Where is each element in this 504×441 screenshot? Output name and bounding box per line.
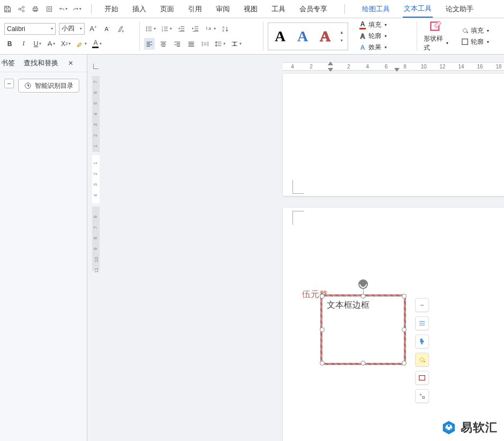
- menu-start[interactable]: 开始: [103, 1, 119, 17]
- font-size-value: 小四: [62, 24, 74, 33]
- smart-toc-button[interactable]: 智能识别目录: [18, 79, 79, 93]
- redo-button[interactable]: ▾: [73, 5, 81, 13]
- decrease-indent-button[interactable]: [176, 23, 187, 35]
- vruler-tick: 1: [93, 145, 98, 147]
- bullets-button[interactable]: ▾: [144, 23, 157, 35]
- share-icon[interactable]: [17, 5, 26, 13]
- text-style-blue[interactable]: A: [293, 26, 312, 47]
- shape-outline-button[interactable]: 轮廓▾: [459, 36, 493, 48]
- grow-font-button[interactable]: A+: [88, 23, 99, 35]
- menu-text-tools[interactable]: 文本工具: [403, 1, 433, 18]
- line-spacing-button[interactable]: ▾: [214, 38, 227, 50]
- hanging-indent-marker[interactable]: [328, 68, 333, 72]
- svg-text:I: I: [206, 25, 207, 31]
- text-style-gallery[interactable]: A A A ▲▾: [268, 22, 348, 50]
- nav-tab-find-replace[interactable]: 查找和替换: [22, 55, 59, 71]
- menu-review[interactable]: 审阅: [215, 1, 231, 17]
- ruler-tick: 16: [477, 64, 483, 70]
- strikethrough-button[interactable]: A▾: [46, 38, 57, 50]
- align-left-button[interactable]: [144, 38, 155, 50]
- resize-handle-tm[interactable]: [361, 294, 366, 299]
- superscript-button[interactable]: X2▾: [60, 38, 72, 50]
- vruler-tick: 2: [93, 172, 98, 175]
- text-effects-button[interactable]: A效果▾: [357, 42, 412, 53]
- menu-insert[interactable]: 插入: [131, 1, 147, 17]
- resize-handle-mr[interactable]: [402, 328, 407, 332]
- distribute-button[interactable]: [200, 38, 210, 50]
- menu-member[interactable]: 会员专享: [298, 1, 328, 17]
- float-format-painter-button[interactable]: [415, 334, 429, 348]
- horizontal-ruler[interactable]: 4 2 2 4 6 8 10 12 14 16 18: [283, 62, 504, 71]
- menu-thesis[interactable]: 论文助手: [445, 1, 475, 17]
- text-outline-button[interactable]: A轮廓▾: [357, 31, 412, 42]
- align-right-button[interactable]: [172, 38, 183, 50]
- textbox-shape[interactable]: 文本框边框: [320, 294, 406, 365]
- increase-indent-button[interactable]: [190, 23, 201, 35]
- collapse-outline-button[interactable]: −: [4, 79, 14, 88]
- save-icon[interactable]: [3, 5, 12, 13]
- document-page-2[interactable]: 伍元整 文本框边框: [283, 208, 504, 441]
- numbering-button[interactable]: 123▾: [160, 23, 173, 35]
- menu-draw-tools[interactable]: 绘图工具: [361, 1, 391, 17]
- italic-button[interactable]: I: [18, 38, 29, 50]
- text-fill-button[interactable]: A填充▾: [357, 19, 412, 31]
- text-direction-button[interactable]: IA▾: [204, 23, 217, 35]
- navpane-close-button[interactable]: ✕: [68, 59, 73, 67]
- menu-tools[interactable]: 工具: [270, 1, 287, 17]
- resize-handle-ml[interactable]: [320, 328, 325, 332]
- sort-button[interactable]: AZ: [220, 23, 231, 35]
- float-layout-button[interactable]: [415, 316, 429, 330]
- shape-style-button[interactable]: 形状样式▾: [422, 33, 450, 54]
- align-center-button[interactable]: [158, 38, 169, 50]
- clear-format-button[interactable]: [116, 23, 126, 35]
- textbox-body[interactable]: 文本框边框: [320, 294, 406, 365]
- float-outline-button[interactable]: [415, 371, 429, 385]
- shape-fill-button[interactable]: 填充▾: [459, 25, 493, 36]
- font-size-select[interactable]: 小四▾: [59, 23, 85, 35]
- ruler-tick: 14: [458, 64, 464, 70]
- float-more-button[interactable]: [415, 389, 429, 403]
- ribbon-text-format-group: A填充▾ A轮廓▾ A效果▾: [352, 18, 417, 54]
- align-justify-button[interactable]: [186, 38, 197, 50]
- svg-rect-4: [34, 6, 36, 8]
- float-fill-button[interactable]: [415, 353, 429, 367]
- watermark: 易软汇: [441, 420, 498, 436]
- font-color-button[interactable]: A▾: [91, 38, 103, 50]
- bold-button[interactable]: B: [4, 38, 15, 50]
- resize-handle-tl[interactable]: [320, 294, 325, 299]
- menu-view[interactable]: 视图: [243, 1, 259, 17]
- paragraph-spacing-button[interactable]: ▾: [230, 38, 243, 50]
- smart-toc-label: 智能识别目录: [35, 81, 73, 90]
- text-style-red[interactable]: A: [315, 26, 335, 47]
- undo-button[interactable]: ▾: [59, 5, 67, 13]
- vertical-ruler[interactable]: 7 6 5 4 3 2 1 1 2 3 4 6 7 8 9 10 11: [92, 76, 101, 441]
- shrink-font-button[interactable]: A-: [102, 23, 112, 35]
- shape-style-label: 形状样式: [424, 34, 443, 52]
- print-preview-icon[interactable]: [45, 5, 54, 13]
- text-style-more[interactable]: ▲▾: [338, 30, 345, 43]
- float-collapse-button[interactable]: −: [415, 298, 429, 312]
- text-fill-label: 填充: [368, 20, 381, 29]
- menu-page[interactable]: 页面: [159, 1, 175, 17]
- underline-button[interactable]: U▾: [32, 38, 43, 50]
- vruler-tick: 1: [93, 162, 98, 164]
- document-page-1[interactable]: 1: [283, 74, 504, 196]
- nav-tab-bookmark[interactable]: 书签: [0, 55, 16, 71]
- first-line-indent-marker[interactable]: [328, 62, 333, 65]
- textbox-content[interactable]: 文本框边框: [327, 300, 370, 309]
- print-icon[interactable]: [31, 5, 40, 13]
- font-name-select[interactable]: Calibri▾: [4, 23, 56, 35]
- ruler-corner: [93, 64, 99, 69]
- text-style-black[interactable]: A: [270, 26, 290, 47]
- highlight-button[interactable]: ▾: [75, 38, 88, 50]
- shape-outline-label: 轮廓: [471, 37, 484, 47]
- svg-text:3: 3: [162, 29, 163, 32]
- resize-handle-bm[interactable]: [361, 361, 366, 366]
- menu-reference[interactable]: 引用: [187, 1, 203, 17]
- resize-handle-bl[interactable]: [320, 361, 325, 366]
- vruler-tick: 2: [93, 134, 98, 136]
- resize-handle-br[interactable]: [402, 361, 407, 366]
- resize-handle-tr[interactable]: [402, 294, 407, 299]
- svg-point-0: [19, 8, 21, 10]
- right-indent-marker[interactable]: [394, 68, 400, 72]
